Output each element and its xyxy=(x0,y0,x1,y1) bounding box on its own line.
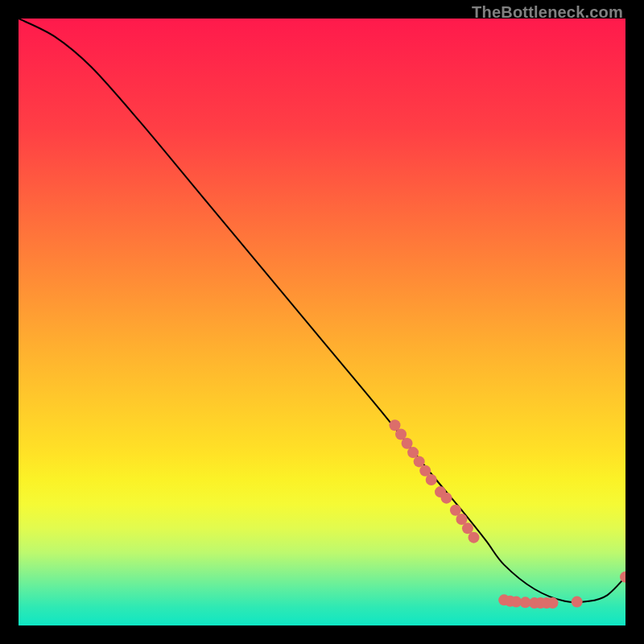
chart-frame: TheBottleneck.com xyxy=(0,0,644,644)
chart-svg xyxy=(19,19,625,625)
marker-dot xyxy=(469,532,480,543)
plot-area xyxy=(19,19,625,625)
marker-dot xyxy=(441,493,452,504)
marker-dot xyxy=(426,474,437,485)
marker-dot xyxy=(572,597,583,608)
attribution-text: TheBottleneck.com xyxy=(472,3,623,22)
marker-dot xyxy=(547,597,559,609)
gradient-bg xyxy=(19,19,625,625)
